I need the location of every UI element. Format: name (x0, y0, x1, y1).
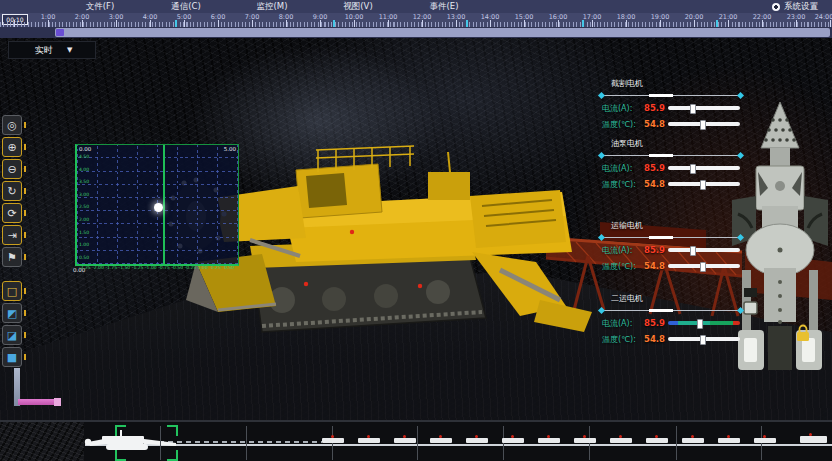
grid-x-label: 0.00 (198, 265, 208, 270)
menu-item-3[interactable]: 视图(V) (343, 0, 372, 13)
pan-icon[interactable]: ⇥ (2, 225, 22, 245)
monorail-trolley (394, 438, 416, 443)
axis-x (18, 399, 54, 405)
telemetry-value: 85.9 (644, 318, 668, 328)
timeline-ruler[interactable]: 00:10 1:002:003:004:005:006:007:008:009:… (0, 13, 832, 27)
grid-x-label: -0.25 (185, 265, 197, 270)
telemetry-value: 54.8 (644, 261, 668, 271)
cutter-position-dot (154, 203, 163, 212)
rotate-icon[interactable]: ↻ (2, 181, 22, 201)
active-marker (24, 144, 26, 150)
menu-item-4[interactable]: 事件(E) (429, 0, 458, 13)
view-cube-iso-icon[interactable]: ■ (2, 347, 22, 367)
section-divider (246, 426, 247, 460)
view-cube-home-icon[interactable]: □ (2, 281, 22, 301)
motor-panel-2: 运输电机电流(A):85.9温度(℃):54.8 (597, 220, 745, 274)
motor-panel-title: 运输电机 (611, 220, 745, 231)
motor-panel-title: 油泵电机 (611, 138, 745, 149)
grid-x-label: -1.00 (145, 265, 157, 270)
monorail-trolley (322, 438, 344, 443)
timeline-ticks (0, 20, 832, 27)
grid-x-label: -1.50 (119, 265, 131, 270)
telemetry-slider[interactable] (668, 264, 740, 268)
telemetry-row: 电流(A):85.9 (597, 100, 745, 116)
telemetry-slider[interactable] (668, 321, 740, 325)
telemetry-slider[interactable] (668, 122, 740, 126)
grid-y-label: 2.50 (79, 204, 89, 209)
compass-icon[interactable]: ◎ (2, 115, 22, 135)
telemetry-slider[interactable] (668, 337, 740, 341)
timeline-scrubber-track[interactable] (55, 28, 830, 37)
trolley-status-dot (655, 435, 658, 438)
active-marker (24, 166, 26, 172)
view-cube-front-icon[interactable]: ◩ (2, 303, 22, 323)
monorail-trolley (610, 438, 632, 443)
minimap-rail (85, 444, 832, 446)
trolley-status-dot (331, 435, 334, 438)
selection-bracket (167, 425, 178, 436)
grid-x-label: 0.25 (211, 265, 221, 270)
telemetry-label: 电流(A): (602, 103, 644, 114)
motor-panel-0: 截割电机电流(A):85.9温度(℃):54.8 (597, 78, 745, 132)
slider-thumb[interactable] (690, 104, 696, 114)
orbit-icon[interactable]: ⟳ (2, 203, 22, 223)
active-marker (24, 354, 26, 360)
event-tick (466, 20, 468, 27)
telemetry-label: 电流(A): (602, 318, 644, 329)
slider-thumb[interactable] (700, 180, 706, 190)
telemetry-value: 54.8 (644, 119, 668, 129)
slider-thumb[interactable] (700, 262, 706, 272)
slider-thumb[interactable] (700, 335, 706, 345)
section-divider (332, 426, 333, 460)
cutting-pattern-grid: 0.00 5.00 0.00 4.504.003.503.002.502.001… (75, 144, 239, 266)
telemetry-slider[interactable] (668, 106, 740, 110)
diamond-node-icon (737, 91, 744, 98)
trolley-status-dot (511, 435, 514, 438)
panel-connector-line (597, 151, 745, 160)
minimap-rock-face (0, 422, 84, 461)
slider-thumb[interactable] (690, 164, 696, 174)
slider-thumb[interactable] (697, 319, 703, 329)
diamond-node-icon (598, 233, 605, 240)
scene-3d-viewport[interactable]: 0.00 5.00 0.00 4.504.003.503.002.502.001… (0, 38, 832, 420)
slider-thumb[interactable] (690, 246, 696, 256)
grid-x-label: -0.75 (158, 265, 170, 270)
section-divider (160, 426, 161, 460)
slider-thumb[interactable] (700, 120, 706, 130)
marker-flag-icon[interactable]: ⚑ (2, 247, 22, 267)
grid-y-label: 4.00 (79, 167, 89, 172)
motor-panel-3: 二运电机电流(A):85.9温度(℃):54.8 (597, 293, 745, 347)
zoom-out-icon[interactable]: ⊖ (2, 159, 22, 179)
trolley-status-dot (583, 435, 586, 438)
motor-panel-title: 截割电机 (611, 78, 745, 89)
zoom-in-icon[interactable]: ⊕ (2, 137, 22, 157)
diamond-node-icon (737, 306, 744, 313)
active-marker (24, 188, 26, 194)
section-divider (589, 426, 590, 460)
active-marker (24, 254, 26, 260)
grid-y-label: 0.50 (79, 255, 89, 260)
menu-item-2[interactable]: 监控(M) (257, 0, 288, 13)
menu-item-1[interactable]: 通信(C) (171, 0, 201, 13)
monorail-trolley (646, 438, 668, 443)
telemetry-value: 85.9 (644, 163, 668, 173)
telemetry-row: 温度(℃):54.8 (597, 116, 745, 132)
system-settings-button[interactable]: 系统设置 (772, 0, 818, 13)
telemetry-row: 电流(A):85.9 (597, 160, 745, 176)
selection-bracket (115, 425, 126, 436)
diamond-node-icon (598, 91, 605, 98)
view-cube-side-icon[interactable]: ◪ (2, 325, 22, 345)
telemetry-slider[interactable] (668, 248, 740, 252)
grid-x-label: -1.75 (105, 265, 117, 270)
monorail-trolley (682, 438, 704, 443)
active-marker (24, 310, 26, 316)
telemetry-slider[interactable] (668, 166, 740, 170)
active-marker (24, 122, 26, 128)
motor-panel-title: 二运电机 (611, 293, 745, 304)
telemetry-value: 85.9 (644, 103, 668, 113)
system-settings-label: 系统设置 (784, 0, 818, 13)
telemetry-slider[interactable] (668, 182, 740, 186)
mode-dropdown[interactable]: 实时 ▼ (8, 41, 96, 59)
menu-item-0[interactable]: 文件(F) (86, 0, 115, 13)
timeline-scrubber-thumb[interactable] (56, 29, 64, 36)
